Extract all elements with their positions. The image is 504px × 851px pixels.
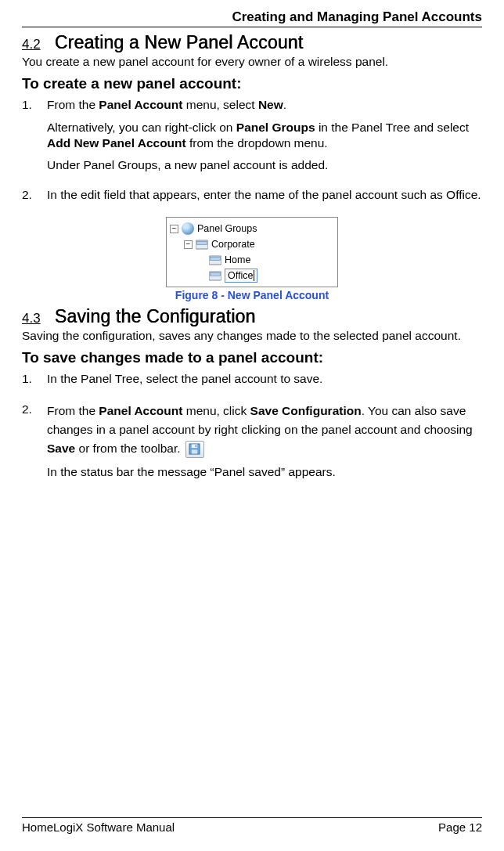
tree-label: Panel Groups <box>197 223 257 234</box>
text: from the dropdown menu. <box>186 136 328 150</box>
step-number: 1. <box>22 371 36 393</box>
text: . <box>283 98 286 111</box>
bold-text: New <box>258 98 283 111</box>
bold-text: Add New Panel Account <box>47 136 186 150</box>
footer-manual-name: HomeLogiX Software Manual <box>22 820 175 834</box>
svg-rect-3 <box>211 258 221 261</box>
page-footer: HomeLogiX Software Manual Page 12 <box>22 817 482 834</box>
step-1: 1. In the Panel Tree, select the panel a… <box>22 371 482 393</box>
step-result: In the status bar the message “Panel sav… <box>47 464 482 480</box>
step-number: 2. <box>22 187 36 209</box>
section-heading-4-2: 4.2 Creating a New Panel Account <box>22 32 482 53</box>
tree-label: Corporate <box>211 239 255 250</box>
text: menu, select <box>182 98 258 111</box>
panel-icon <box>209 254 221 265</box>
svg-rect-8 <box>192 449 198 453</box>
page-header-title: Creating and Managing Panel Accounts <box>22 9 482 27</box>
edit-value[interactable]: Office <box>228 270 253 281</box>
text: From the <box>47 98 99 111</box>
tree-row-office-editing: Office​ <box>170 268 331 283</box>
tree-label: Home <box>225 254 250 265</box>
globe-icon <box>182 222 194 235</box>
tree-row-root: − Panel Groups <box>170 221 331 236</box>
svg-rect-5 <box>211 273 221 276</box>
step-text: In the edit field that appears, enter th… <box>47 187 482 203</box>
footer-page-number: Page 12 <box>438 820 482 834</box>
steps-list: 1. From the Panel Account menu, select N… <box>22 97 482 209</box>
section-intro: Saving the configuration, saves any chan… <box>22 328 482 343</box>
section-title: Creating a New Panel Account <box>55 32 304 53</box>
section-title: Saving the Configuration <box>55 306 256 327</box>
figure-caption: Figure 8 - New Panel Account <box>22 289 482 301</box>
section-number: 4.3 <box>22 311 41 326</box>
text: menu, click <box>182 404 250 417</box>
collapse-icon: − <box>184 240 193 249</box>
text: or from the toolbar. <box>75 442 184 455</box>
panel-icon <box>209 270 221 281</box>
tree-row-home: Home <box>170 252 331 268</box>
name-edit-field[interactable]: Office​ <box>225 269 257 283</box>
svg-rect-1 <box>197 242 207 245</box>
bold-text: Save <box>47 442 75 455</box>
step-2: 2. From the Panel Account menu, click Sa… <box>22 402 482 486</box>
step-text: In the Panel Tree, select the panel acco… <box>47 371 482 387</box>
text: From the <box>47 404 99 417</box>
bold-text: Panel Account <box>99 404 182 417</box>
tree-row-corporate: − Corporate <box>170 236 331 252</box>
step-number: 1. <box>22 97 36 179</box>
task-heading: To create a new panel account: <box>22 75 482 92</box>
save-toolbar-button[interactable] <box>185 441 204 458</box>
bold-text: Save Configuration <box>250 404 362 417</box>
step-1: 1. From the Panel Account menu, select N… <box>22 97 482 179</box>
step-number: 2. <box>22 402 36 486</box>
section-number: 4.2 <box>22 37 41 52</box>
section-heading-4-3: 4.3 Saving the Configuration <box>22 306 482 327</box>
panel-tree-screenshot: − Panel Groups − Corporate Home Office​ <box>166 217 338 287</box>
step-2: 2. In the edit field that appears, enter… <box>22 187 482 209</box>
step-alt-text: Alternatively, you can right-click on Pa… <box>47 120 482 151</box>
floppy-disk-icon <box>189 443 200 455</box>
section-intro: You create a new panel account for every… <box>22 54 482 69</box>
step-text: From the Panel Account menu, click Save … <box>47 402 482 458</box>
step-text: From the Panel Account menu, select New. <box>47 97 482 113</box>
collapse-icon: − <box>170 225 178 233</box>
step-result: Under Panel Groups, a new panel account … <box>47 157 482 173</box>
svg-rect-9 <box>196 445 197 447</box>
bold-text: Panel Groups <box>236 121 315 134</box>
steps-list-43: 1. In the Panel Tree, select the panel a… <box>22 371 482 485</box>
figure-8: − Panel Groups − Corporate Home Office​ … <box>22 217 482 301</box>
panel-icon <box>196 239 208 250</box>
text: Alternatively, you can right-click on <box>47 121 236 134</box>
bold-text: Panel Account <box>99 98 182 111</box>
task-heading: To save changes made to a panel account: <box>22 349 482 366</box>
text: in the Panel Tree and select <box>315 121 469 134</box>
